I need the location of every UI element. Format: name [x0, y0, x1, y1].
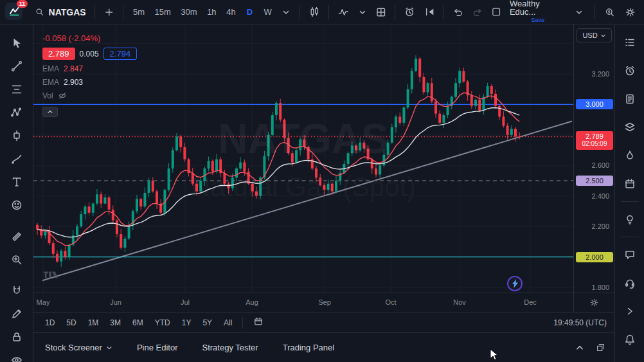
timeframe-30m[interactable]: 30m [177, 3, 202, 21]
timeframe-4h[interactable]: 4h [222, 3, 240, 21]
layout-name-block[interactable]: Wealthy Educ... Save [507, 0, 568, 24]
range-5d[interactable]: 5D [61, 316, 81, 329]
tab-stock-screener[interactable]: Stock Screener [45, 343, 112, 352]
save-layout-link[interactable]: Save [531, 16, 544, 24]
brush-tool[interactable] [5, 147, 28, 170]
measure-tool[interactable] [5, 225, 28, 248]
bell-icon [623, 333, 636, 346]
undo-button[interactable] [449, 3, 467, 21]
ema-fast-label: EMA [42, 64, 59, 73]
sell-button[interactable]: 2.789 [42, 48, 75, 60]
chat-panel-button[interactable] [618, 240, 642, 269]
legend-collapse-button[interactable] [42, 107, 58, 117]
range-1d[interactable]: 1D [40, 316, 60, 329]
cursor-tool[interactable] [5, 32, 28, 55]
cursor-icon [10, 37, 23, 50]
divider [242, 317, 243, 329]
settings-button[interactable] [622, 3, 639, 21]
range-6m[interactable]: 6M [127, 316, 148, 329]
timeframe-1w[interactable]: W [260, 3, 276, 21]
range-3m[interactable]: 3M [105, 316, 126, 329]
timezone-clock[interactable]: 19:49:50 (UTC) [553, 318, 608, 327]
streams-button[interactable] [618, 297, 642, 325]
chart-canvas[interactable]: NATGAS Natural Gas (Spot) -0.058 (-2.04%… [33, 24, 573, 293]
panel-collapse-icon[interactable] [575, 343, 584, 352]
divider [395, 5, 395, 19]
pattern-tool[interactable] [5, 101, 28, 124]
calendar-icon [623, 177, 636, 190]
watchlist-panel-button[interactable] [618, 28, 642, 57]
tab-pine-editor[interactable]: Pine Editor [137, 343, 178, 352]
news-icon [623, 93, 636, 105]
range-all[interactable]: All [219, 316, 237, 329]
lock-drawings[interactable] [5, 325, 28, 348]
zoom-tool[interactable] [5, 248, 28, 271]
multichart-layout-button[interactable] [372, 3, 390, 21]
magnet-mode[interactable] [5, 279, 28, 302]
trend-line-tool[interactable] [5, 55, 28, 78]
price-level-label-2.500[interactable]: 2.500 [576, 176, 613, 186]
timeframe-1d-active[interactable]: D [242, 3, 258, 21]
app-logo[interactable]: 11 [5, 3, 24, 22]
layout-name: Wealthy Educ... [510, 0, 566, 16]
timeframe-5m[interactable]: 5m [129, 3, 149, 21]
price-level-label-2.000[interactable]: 2.000 [576, 252, 613, 262]
fib-retracement-tool[interactable] [5, 78, 28, 101]
watchlist-icon [623, 36, 636, 49]
topbar-right-cluster: Wealthy Educ... Save [488, 0, 639, 24]
redo-button[interactable] [469, 3, 487, 21]
price-axis[interactable]: USD 3.0002.5002.0003.2002.6002.4002.2001… [573, 24, 614, 293]
object-tree-button[interactable] [618, 113, 642, 141]
ideas-panel-button[interactable] [618, 205, 642, 233]
support-button[interactable] [618, 269, 642, 297]
quick-search-button[interactable] [601, 3, 618, 21]
alerts-panel-button[interactable] [618, 57, 642, 85]
panel-maximize-icon[interactable] [596, 343, 605, 352]
calendar-panel-button[interactable] [618, 170, 642, 198]
timeframe-menu-button[interactable] [278, 3, 294, 21]
timeframe-15m[interactable]: 15m [150, 3, 175, 21]
add-symbol-button[interactable] [100, 3, 118, 21]
lightning-button[interactable] [507, 276, 523, 291]
timeframe-1h[interactable]: 1h [202, 3, 220, 21]
hide-drawings[interactable] [5, 348, 28, 362]
hotlists-button[interactable] [618, 141, 642, 170]
currency-selector[interactable]: USD [577, 28, 612, 42]
trend-line-icon [10, 60, 23, 73]
range-1m[interactable]: 1M [83, 316, 104, 329]
create-alert-button[interactable] [400, 3, 419, 21]
brush-icon [10, 152, 23, 165]
indicators-button[interactable] [334, 3, 353, 21]
range-5y[interactable]: 5Y [197, 316, 217, 329]
chart-settings-button[interactable] [573, 293, 614, 312]
last-price-label: 2.78902:05:09 [576, 131, 613, 150]
emoji-icon [10, 199, 23, 212]
buy-button[interactable]: 2.794 [103, 48, 138, 60]
drawing-mode[interactable] [5, 302, 28, 325]
price-level-label-3.000[interactable]: 3.000 [576, 99, 613, 109]
indicators-menu-button[interactable] [354, 3, 371, 21]
notifications-button[interactable] [618, 325, 642, 354]
notification-badge: 11 [17, 0, 28, 8]
price-tick-2.600: 2.600 [591, 161, 609, 169]
text-tool[interactable] [5, 170, 28, 194]
bar-replay-button[interactable] [420, 3, 439, 21]
chart-style-button[interactable] [305, 3, 324, 21]
search-icon [35, 6, 44, 17]
symbol-search-button[interactable]: NATGAS [31, 3, 89, 21]
news-panel-button[interactable] [618, 85, 642, 113]
forecast-tool[interactable] [5, 124, 28, 147]
tab-strategy-tester[interactable]: Strategy Tester [202, 343, 258, 352]
eye-slash-icon[interactable] [58, 91, 67, 100]
range-ytd[interactable]: YTD [150, 316, 175, 329]
go-to-date-button[interactable] [248, 314, 269, 330]
range-1y[interactable]: 1Y [177, 316, 197, 329]
gear-icon [589, 298, 599, 307]
left-drawing-toolbar [0, 24, 33, 362]
tab-trading-panel[interactable]: Trading Panel [283, 343, 334, 352]
layout-select-button[interactable] [488, 3, 505, 21]
emoji-tool[interactable] [5, 194, 28, 217]
time-axis[interactable]: MayJunJulAugSepOctNovDec [33, 293, 573, 312]
tradingview-watermark-icon[interactable] [44, 269, 63, 282]
layout-menu-button[interactable] [571, 3, 587, 21]
